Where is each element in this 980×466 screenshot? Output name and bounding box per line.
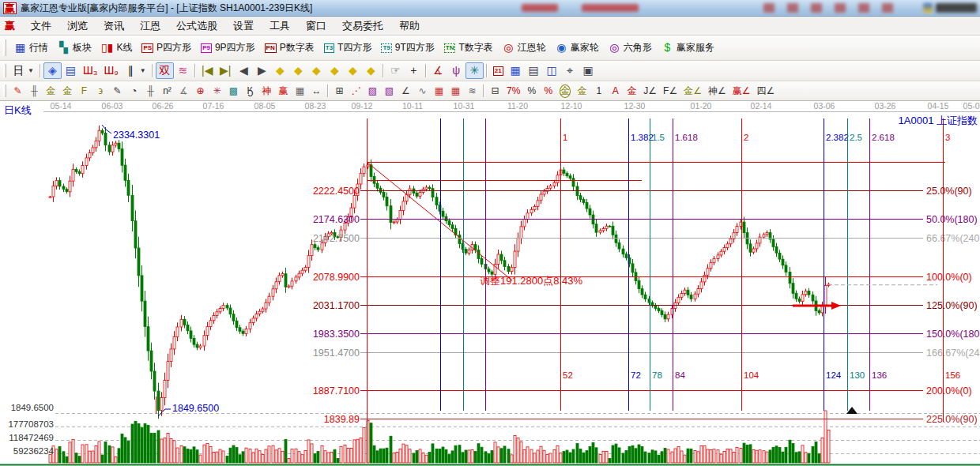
- titlebar-corner-icon[interactable]: [923, 3, 933, 13]
- diamond-left-button[interactable]: ◆: [271, 62, 289, 79]
- candle-style-button[interactable]: ∥▼: [122, 62, 149, 79]
- menu-item-7[interactable]: 窗口: [298, 17, 334, 36]
- diamond-cross-button[interactable]: ◆: [344, 62, 362, 79]
- web-boxed-button[interactable]: ▩: [225, 83, 242, 100]
- quotes-button[interactable]: ▦行情: [9, 39, 53, 57]
- menu-item-9[interactable]: 帮助: [391, 17, 428, 36]
- gold-angle-button[interactable]: 金∠: [680, 83, 705, 100]
- pencil-scale-button[interactable]: ✎: [109, 83, 126, 100]
- hand-tool-button[interactable]: ☞: [386, 62, 405, 79]
- shen-angle-button[interactable]: 神∠: [705, 83, 729, 100]
- diamond-star-button[interactable]: ◆: [362, 62, 380, 79]
- ying-grid-button[interactable]: 赢: [275, 83, 292, 100]
- brain-tool-button[interactable]: ✳: [466, 62, 484, 79]
- jump-first-button[interactable]: |◀: [198, 62, 217, 79]
- 9p-square-button[interactable]: P99P四方形: [196, 39, 259, 57]
- winner-wheel-button[interactable]: ◉赢家轮: [551, 39, 604, 57]
- zigzag-button[interactable]: ∿: [414, 83, 431, 100]
- diamond-right-button[interactable]: ◆: [289, 62, 307, 79]
- toolbar-grip[interactable]: [3, 39, 6, 57]
- step-forward-button[interactable]: ▶: [253, 62, 271, 79]
- gold-lines-red-button[interactable]: 金: [624, 83, 640, 100]
- fan-box2-button[interactable]: ▧: [381, 83, 398, 100]
- kline-chart-canvas[interactable]: 05-1406-0306-2607-1608-0508-2309-1210-11…: [0, 101, 980, 466]
- t-square-button[interactable]: T3T四方形: [319, 39, 377, 57]
- shen-grid-button[interactable]: 神: [258, 83, 275, 100]
- menu-item-8[interactable]: 交易委托: [334, 17, 391, 36]
- level-bars-button[interactable]: ⊟: [487, 83, 503, 100]
- red-grid1-button[interactable]: ▦: [431, 83, 447, 100]
- grid-123-button[interactable]: ▦: [292, 83, 308, 100]
- bars-3-button[interactable]: Ш₃: [80, 62, 101, 79]
- angle-tool-button[interactable]: ∡: [429, 62, 447, 79]
- width-tool-button[interactable]: ↔: [308, 83, 325, 100]
- snapshot-button[interactable]: ⌖: [561, 62, 579, 79]
- net-chart-button[interactable]: ◈: [43, 62, 62, 79]
- kline-button[interactable]: ▯▮K线: [96, 39, 137, 57]
- calculator-button[interactable]: ▦: [507, 62, 525, 79]
- si-angle-button[interactable]: 四∠: [754, 83, 778, 100]
- red-grid2-button[interactable]: ▦: [447, 83, 464, 100]
- winner-service-button[interactable]: $赢家服务: [657, 39, 719, 57]
- chart-area[interactable]: 05-1406-0306-2607-1608-0508-2309-1210-11…: [0, 101, 980, 466]
- period-day-button[interactable]: 日▼: [9, 62, 37, 79]
- angle-ruler-button[interactable]: ∡: [175, 83, 192, 100]
- bars-9-button[interactable]: Ш₉: [100, 62, 121, 79]
- percent7-button[interactable]: 7%: [503, 83, 523, 100]
- angle-lines-button[interactable]: ∠: [398, 83, 414, 100]
- tick-scale-button[interactable]: ╫: [142, 83, 159, 100]
- terminal-button[interactable]: ▣: [579, 62, 597, 79]
- percent-button[interactable]: %: [523, 83, 540, 100]
- calendar-button[interactable]: 21: [490, 64, 507, 78]
- f-angle-button[interactable]: F∠: [660, 83, 680, 100]
- report-button[interactable]: ▤: [525, 62, 543, 79]
- box-tool-button[interactable]: ⊞: [331, 83, 348, 100]
- shuang-tool-button[interactable]: 双: [156, 62, 174, 79]
- n-square-button[interactable]: n²: [159, 83, 175, 100]
- pencil-tool-button[interactable]: ✎: [9, 83, 26, 100]
- j-angle-button[interactable]: J∠: [640, 83, 660, 100]
- p-square-button[interactable]: PSP四方形: [137, 39, 196, 57]
- diamond-expand-button[interactable]: ◆: [326, 62, 344, 79]
- titlebar-buttons-blurred[interactable]: [763, 3, 898, 13]
- dropdown-arrow-icon[interactable]: ▼: [140, 67, 146, 74]
- crosshair-tool-button[interactable]: +: [405, 62, 423, 79]
- p-table-button[interactable]: PNP数字表: [260, 39, 319, 57]
- wave-a-button[interactable]: A: [607, 83, 624, 100]
- sectors-button[interactable]: ▚板块: [53, 39, 96, 57]
- spiral-tool-button[interactable]: ϶: [92, 83, 109, 100]
- fan-box1-button[interactable]: ▨: [364, 83, 381, 100]
- gold-scale1-button[interactable]: 金: [43, 83, 59, 100]
- menu-item-0[interactable]: 文件: [23, 17, 59, 36]
- diamond-h-button[interactable]: ◆: [307, 62, 326, 79]
- hexagon-button[interactable]: ◎六角形: [604, 39, 657, 57]
- jump-last-button[interactable]: ▶|: [217, 62, 235, 79]
- title-bar[interactable]: 赢 赢家江恩专业版[赢家内部服务平台] - [上证指数 SH1A0001-239…: [0, 0, 980, 17]
- gold-lines-button[interactable]: 金: [574, 83, 590, 100]
- 9t-square-button[interactable]: T99T四方形: [376, 39, 439, 57]
- doc-panel-button[interactable]: ▤: [62, 62, 80, 79]
- toolbar-grip[interactable]: [3, 85, 6, 98]
- circle-cross-button[interactable]: ⊕: [192, 83, 209, 100]
- gann-scale-button[interactable]: ╫: [26, 83, 43, 100]
- t-table-button[interactable]: TNT数字表: [439, 39, 498, 57]
- percent-line-button[interactable]: %: [540, 83, 556, 100]
- web-tool-button[interactable]: ✳: [209, 83, 225, 100]
- menu-item-2[interactable]: 资讯: [96, 17, 132, 36]
- toolbar-grip[interactable]: [3, 64, 6, 78]
- menu-item-3[interactable]: 江恩: [132, 17, 168, 36]
- slope-lines-button[interactable]: ≋: [464, 83, 481, 100]
- k-quote-button[interactable]: Ӄ: [242, 83, 258, 100]
- save-button[interactable]: ◫: [543, 62, 561, 79]
- dropdown-arrow-icon[interactable]: ▼: [28, 67, 34, 74]
- gann-wheel-button[interactable]: ◎江恩轮: [498, 39, 551, 57]
- red-fan-button[interactable]: ⋰: [348, 83, 364, 100]
- one-pencil-button[interactable]: 1: [590, 83, 607, 100]
- menu-item-1[interactable]: 浏览: [59, 17, 96, 36]
- purple-tool-button[interactable]: ψ: [447, 62, 466, 79]
- menu-item-4[interactable]: 公式选股: [168, 17, 225, 36]
- menu-item-5[interactable]: 设置: [225, 17, 262, 36]
- time-circle-button[interactable]: ◔: [126, 83, 142, 100]
- histogram-button[interactable]: ≋: [174, 62, 192, 79]
- f-scale-button[interactable]: F: [76, 83, 92, 100]
